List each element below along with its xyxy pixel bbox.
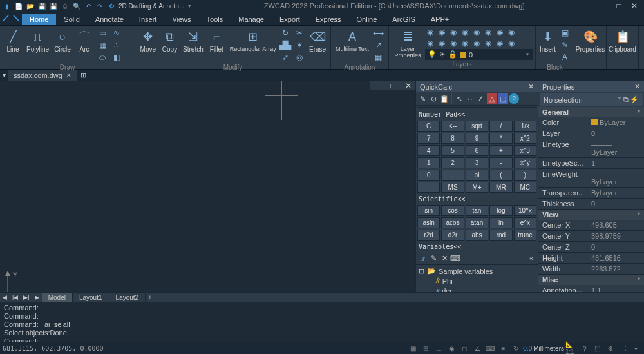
calc-button-log[interactable]: log xyxy=(489,205,512,216)
arc-button[interactable]: ⌒Arc xyxy=(74,27,95,54)
layer-icon[interactable]: ◉ xyxy=(483,27,493,37)
quickselect-icon[interactable]: ⧉ xyxy=(623,95,629,104)
calc-button-<--[interactable]: <-- xyxy=(441,121,464,132)
layer-icon[interactable]: ◉ xyxy=(448,38,459,48)
calc-button-=[interactable]: = xyxy=(417,182,440,193)
insert-button[interactable]: ⬇Insert xyxy=(538,27,557,54)
rotate-button[interactable]: ↻ xyxy=(279,27,292,39)
annoscale-button[interactable]: ⚲ xyxy=(578,344,590,353)
tab-solid[interactable]: Solid xyxy=(56,14,87,25)
tab-home[interactable]: Home xyxy=(22,14,56,25)
save-icon[interactable]: 💾 xyxy=(37,1,46,10)
table-button[interactable]: ▦ xyxy=(372,52,385,63)
layer-dropdown[interactable]: 💡☀🔓0▼ xyxy=(425,49,533,60)
getpoint-icon[interactable]: ↖ xyxy=(454,93,464,104)
var-calc-icon[interactable]: ⌨ xyxy=(450,253,460,263)
prop-row[interactable]: LinetypeSc...1 xyxy=(538,158,644,169)
close-tab-icon[interactable]: ✕ xyxy=(66,72,71,79)
edit-block-button[interactable]: ✎ xyxy=(558,39,571,51)
calc-button-x^y[interactable]: x^y xyxy=(514,157,536,168)
copy-button[interactable]: ⧉Copy xyxy=(160,27,180,54)
calc-button-cos[interactable]: cos xyxy=(441,205,464,216)
prop-category[interactable]: Misc▾ xyxy=(538,275,644,285)
var-new-icon[interactable]: 𝑥 xyxy=(417,253,428,263)
tab-last-button[interactable]: ▶| xyxy=(21,293,32,302)
rect-button[interactable]: ▭ xyxy=(96,27,109,39)
calc-button-acos[interactable]: acos xyxy=(441,217,464,228)
layer-icon[interactable]: ◉ xyxy=(506,27,516,37)
prop-row[interactable]: Center Z0 xyxy=(538,242,644,253)
layer-icon[interactable]: ◉ xyxy=(437,38,447,48)
calc-button--[interactable]: - xyxy=(489,157,512,168)
calc-button-C[interactable]: C xyxy=(417,121,440,132)
quickcalc-display[interactable] xyxy=(417,107,536,108)
calc-button-MS[interactable]: MS xyxy=(441,182,464,193)
undo-icon[interactable]: ↶ xyxy=(84,1,93,10)
calc-button-r2d[interactable]: r2d xyxy=(417,230,440,241)
tab-online[interactable]: Online xyxy=(349,14,385,25)
layer-icon[interactable]: ◉ xyxy=(425,38,435,48)
layer-icon[interactable]: ◉ xyxy=(471,38,482,48)
minimize-button[interactable]: — xyxy=(596,1,611,10)
calc-button-M+[interactable]: M+ xyxy=(466,182,488,193)
calc-button-sin[interactable]: sin xyxy=(417,205,440,216)
calc-button-0[interactable]: 0 xyxy=(417,170,440,181)
calc-button-MC[interactable]: MC xyxy=(514,182,536,193)
tab-arcgis[interactable]: ArcGIS xyxy=(384,14,422,25)
tab-prev-button[interactable]: ◀ xyxy=(0,293,10,302)
calc-button-8[interactable]: 8 xyxy=(441,133,464,144)
calc-button-4[interactable]: 4 xyxy=(417,145,440,156)
prop-row[interactable]: Linetype——— ByLayer xyxy=(538,139,644,158)
explode-button[interactable]: ✶ xyxy=(293,39,306,51)
workspace-icon[interactable]: ⚙ xyxy=(107,1,116,10)
add-layout-button[interactable]: + xyxy=(146,293,154,302)
history-icon[interactable]: ⊙ xyxy=(428,93,439,104)
array-button[interactable]: ⊞Rectangular Array xyxy=(228,27,278,54)
calc-button-3[interactable]: 3 xyxy=(466,157,488,168)
mirror-button[interactable]: ▟▙ xyxy=(279,39,292,51)
prop-row[interactable]: ColorByLayer xyxy=(538,117,644,128)
tab-export[interactable]: Export xyxy=(272,14,308,25)
doc-tab[interactable]: ssdax.com.dwg ✕ xyxy=(8,70,77,81)
dim-button[interactable]: ⟷ xyxy=(372,27,385,39)
workspace-label[interactable]: 2D Drafting & Annota... xyxy=(118,3,184,10)
tab-next-button[interactable]: ▶ xyxy=(32,293,42,302)
calc-button-7[interactable]: 7 xyxy=(417,133,440,144)
var-edit-icon[interactable]: ✎ xyxy=(428,253,439,263)
layer-icon[interactable]: ◉ xyxy=(425,27,435,37)
intersect-icon[interactable]: △ xyxy=(487,93,497,104)
ellipse-button[interactable]: ⬭ xyxy=(96,52,109,63)
units-label[interactable]: Millimeters xyxy=(533,345,564,352)
calc-button-pi[interactable]: pi xyxy=(466,170,488,181)
saveas-icon[interactable]: 💾 xyxy=(49,1,58,10)
layer-icon[interactable]: ◉ xyxy=(483,38,493,48)
offset-button[interactable]: ◎ xyxy=(293,52,306,63)
canvas-close-button[interactable]: ✕ xyxy=(401,81,415,90)
prop-row[interactable]: Layer0 xyxy=(538,128,644,139)
calc-button-+[interactable]: + xyxy=(489,145,512,156)
layer-icon[interactable]: ◉ xyxy=(506,38,516,48)
layer-icon[interactable]: ◉ xyxy=(448,27,459,37)
hatch-button[interactable]: ▦ xyxy=(96,39,109,51)
calc-button-e^x[interactable]: e^x xyxy=(514,217,536,228)
layer-icon[interactable]: ◉ xyxy=(495,27,505,37)
layer-icon[interactable]: ◉ xyxy=(460,27,470,37)
chevron-down-icon[interactable]: ▼ xyxy=(187,3,192,9)
tab-express[interactable]: Express xyxy=(308,14,349,25)
clipboard-button[interactable]: 📋Clipboard xyxy=(609,27,636,54)
calc-button-x^2[interactable]: x^2 xyxy=(514,133,536,144)
var-item[interactable]: 𝑘Phi xyxy=(419,276,535,286)
maximize-button[interactable]: □ xyxy=(612,1,626,10)
selection-dropdown[interactable]: No selection ▼⧉⚡ xyxy=(540,93,643,106)
snap-button[interactable]: ▦ xyxy=(407,344,419,353)
polyline-button[interactable]: ⎍Polyline xyxy=(24,27,51,54)
angle-icon[interactable]: ∠ xyxy=(476,93,486,104)
stretch-button[interactable]: ⇲Stretch xyxy=(181,27,205,54)
layer-props-button[interactable]: ≣Layer Properties xyxy=(392,27,424,60)
calc-button-atan[interactable]: atan xyxy=(466,217,488,228)
canvas-max-button[interactable]: □ xyxy=(386,81,400,90)
clear-icon[interactable]: ✎ xyxy=(417,93,428,104)
plot-icon[interactable]: ⎙ xyxy=(61,1,70,10)
panel-close-button[interactable]: ✕ xyxy=(634,83,640,91)
calc-button-*[interactable]: * xyxy=(489,133,512,144)
